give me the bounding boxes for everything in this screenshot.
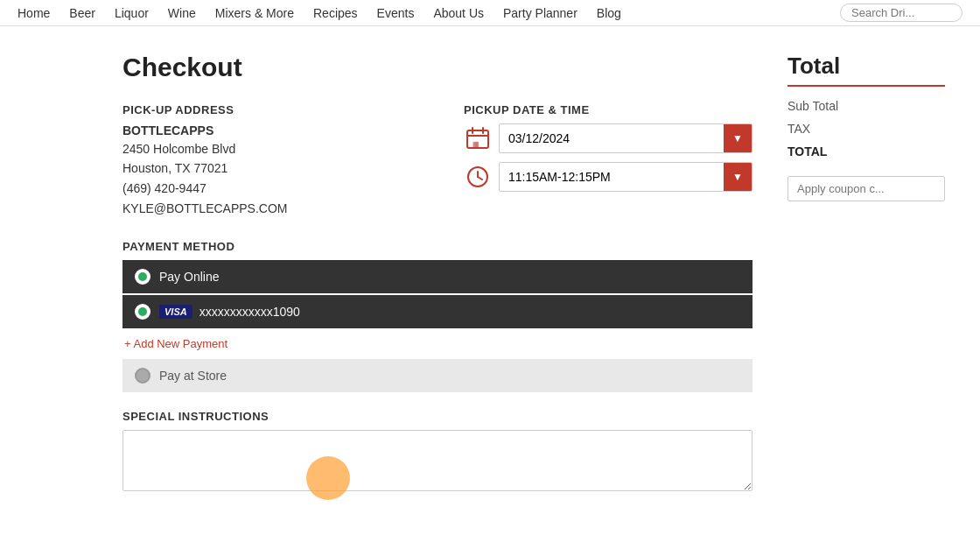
page-title: Checkout [122, 53, 752, 82]
total-row: TOTAL [788, 144, 945, 158]
pickup-address-section: PICK-UP ADDRESS BOTTLECAPPS 2450 Holcomb… [122, 103, 411, 215]
card-number: xxxxxxxxxxxx1090 [200, 305, 300, 319]
pay-online-option[interactable]: Pay Online [122, 260, 752, 293]
time-input[interactable] [500, 165, 724, 189]
address-line1: 2450 Holcombe Blvd [122, 139, 411, 158]
pay-store-radio[interactable] [135, 368, 150, 384]
instructions-label: SPECIAL INSTRUCTIONS [122, 410, 752, 423]
coupon-input[interactable] [788, 176, 945, 201]
pay-store-label: Pay at Store [159, 369, 227, 383]
total-label: TOTAL [788, 144, 827, 158]
date-dropdown-arrow[interactable]: ▼ [724, 124, 752, 152]
nav-recipes[interactable]: Recipes [313, 6, 358, 20]
nav-about[interactable]: About Us [433, 6, 484, 20]
nav-blog[interactable]: Blog [597, 6, 621, 20]
store-email: KYLE@BOTTLECAPPS.COM [122, 201, 411, 215]
pay-store-option[interactable]: Pay at Store [122, 359, 752, 392]
subtotal-row: Sub Total [788, 99, 945, 113]
time-dropdown-arrow[interactable]: ▼ [724, 163, 752, 191]
clock-icon [464, 163, 492, 191]
add-payment-link[interactable]: + Add New Payment [124, 330, 752, 359]
pickup-datetime-section: PICKUP DATE & TIME ▦ ▼ [464, 103, 752, 215]
card-radio[interactable] [135, 304, 150, 320]
pickup-address-label: PICK-UP ADDRESS [122, 103, 411, 116]
pickup-datetime-label: PICKUP DATE & TIME [464, 103, 752, 116]
payment-section: PAYMENT METHOD Pay Online VISA xxxxxxxxx… [122, 240, 752, 392]
date-select-wrapper[interactable]: ▼ [499, 123, 752, 153]
nav-party[interactable]: Party Planner [503, 6, 578, 20]
pay-online-radio[interactable] [135, 269, 150, 285]
instructions-section: SPECIAL INSTRUCTIONS [122, 410, 752, 494]
total-divider [788, 85, 945, 87]
order-total-sidebar: Total Sub Total TAX TOTAL [788, 53, 945, 511]
instructions-wrapper [122, 430, 752, 494]
instructions-textarea[interactable] [122, 430, 752, 491]
nav-liquor[interactable]: Liquor [115, 6, 149, 20]
nav-mixers[interactable]: Mixers & More [215, 6, 294, 20]
visa-badge: VISA [159, 305, 192, 319]
nav-events[interactable]: Events [377, 6, 415, 20]
nav-wine[interactable]: Wine [168, 6, 196, 20]
subtotal-label: Sub Total [788, 99, 838, 113]
card-option[interactable]: VISA xxxxxxxxxxxx1090 [122, 295, 752, 328]
search-input[interactable] [840, 4, 962, 22]
calendar-icon: ▦ [464, 124, 492, 152]
nav-beer[interactable]: Beer [69, 6, 95, 20]
date-input[interactable] [500, 126, 724, 151]
tax-label: TAX [788, 122, 810, 136]
nav-home[interactable]: Home [18, 6, 50, 20]
total-title: Total [788, 53, 945, 80]
date-row: ▦ ▼ [464, 123, 752, 153]
tax-row: TAX [788, 122, 945, 136]
store-name: BOTTLECAPPS [122, 123, 411, 137]
store-phone: (469) 420-9447 [122, 179, 411, 198]
navigation: Home Beer Liquor Wine Mixers & More Reci… [0, 0, 980, 26]
pay-online-label: Pay Online [159, 270, 219, 284]
payment-label: PAYMENT METHOD [122, 240, 752, 253]
svg-text:▦: ▦ [472, 140, 480, 148]
time-select-wrapper[interactable]: ▼ [499, 162, 752, 192]
address-line2: Houston, TX 77021 [122, 158, 411, 178]
time-row: ▼ [464, 162, 752, 192]
